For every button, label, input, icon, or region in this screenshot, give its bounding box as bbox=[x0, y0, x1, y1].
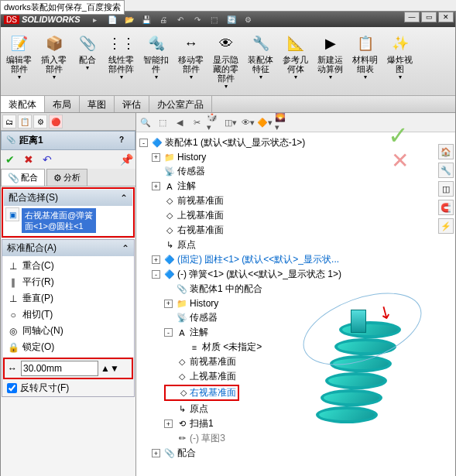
mate-option-2[interactable]: ⊥垂直(P) bbox=[4, 290, 132, 306]
mate-option-4[interactable]: ◎同轴心(N) bbox=[4, 323, 132, 339]
pm-icon[interactable]: 📋 bbox=[18, 115, 32, 128]
tree-item-8[interactable]: -🔷(-) 弹簧<1> (默认<<默认>_显示状态 1>) bbox=[152, 267, 452, 282]
toolbar-btn-4[interactable]: 🔩智能扣件▾ bbox=[139, 30, 173, 92]
config-icon[interactable]: ⚙ bbox=[33, 115, 47, 128]
hide-show-icon[interactable]: 👁▾ bbox=[241, 115, 255, 129]
collapse-icon[interactable]: ⌃ bbox=[122, 243, 129, 254]
tree-item-icon: ✏ bbox=[176, 433, 188, 445]
tree-item-icon: 🔷 bbox=[163, 254, 176, 266]
toolbar-btn-5[interactable]: ↔移动零部件▾ bbox=[174, 30, 207, 92]
ok-icon[interactable]: ✔ bbox=[3, 152, 17, 166]
appearance-icon[interactable]: 🔴 bbox=[49, 115, 63, 128]
reverse-checkbox[interactable] bbox=[7, 383, 17, 393]
expand-icon[interactable]: + bbox=[152, 182, 160, 190]
magnet-icon[interactable]: 🧲 bbox=[438, 200, 454, 215]
cancel-icon[interactable]: ✖ bbox=[22, 152, 36, 166]
tree-item-icon: ≡ bbox=[188, 341, 201, 354]
home-icon[interactable]: 🏠 bbox=[438, 144, 454, 159]
collapse-icon[interactable]: ⌃ bbox=[120, 193, 128, 204]
mate-option-3[interactable]: ○相切(T) bbox=[4, 306, 132, 323]
display-style-icon[interactable]: ◫▾ bbox=[224, 115, 238, 129]
wrench-icon[interactable]: 🔧 bbox=[438, 163, 454, 178]
expand-icon[interactable]: + bbox=[152, 449, 160, 457]
redo-icon[interactable]: ↷ bbox=[191, 13, 204, 26]
select-icon[interactable]: ⬚ bbox=[208, 13, 221, 26]
expand-icon[interactable]: + bbox=[152, 153, 160, 162]
pin-icon[interactable]: 📌 bbox=[119, 152, 133, 166]
tree-item-icon: ↳ bbox=[163, 239, 176, 252]
mate-option-1[interactable]: ∥平行(R) bbox=[4, 274, 132, 290]
save-icon[interactable]: 💾 bbox=[140, 13, 153, 26]
toolbar-btn-11[interactable]: ✨爆炸视图▾ bbox=[383, 30, 417, 92]
print-icon[interactable]: 🖨 bbox=[157, 13, 170, 26]
expand-icon[interactable]: - bbox=[139, 139, 148, 147]
reverse-checkbox-row[interactable]: 反转尺寸(F) bbox=[2, 380, 134, 396]
toolbar-btn-8[interactable]: 📐参考几何体▾ bbox=[279, 30, 312, 92]
distance-input[interactable] bbox=[21, 361, 98, 376]
tab-4[interactable]: 办公室产品 bbox=[149, 96, 212, 112]
mate-option-5[interactable]: 🔒锁定(O) bbox=[4, 339, 132, 355]
spinner-icon[interactable]: ▲▼ bbox=[101, 363, 119, 374]
toolbar-btn-1[interactable]: 📦插入零部件▾ bbox=[37, 30, 70, 92]
undo-icon[interactable]: ↶ bbox=[174, 13, 187, 26]
subtab-0[interactable]: 📎配合 bbox=[1, 169, 45, 186]
scene-icon[interactable]: 🌄▾ bbox=[275, 115, 289, 129]
section-icon[interactable]: ✂ bbox=[190, 115, 204, 129]
restore-icon[interactable]: ▭ bbox=[421, 12, 437, 22]
new-icon[interactable]: ▸ bbox=[89, 13, 101, 26]
accept-icon[interactable]: ✓ bbox=[388, 121, 409, 150]
reject-icon[interactable]: ✕ bbox=[391, 148, 409, 173]
close-icon[interactable]: ✕ bbox=[438, 12, 454, 22]
subtab-1[interactable]: ⚙分析 bbox=[46, 169, 87, 186]
entity-icon[interactable]: ▣ bbox=[5, 207, 19, 221]
tree-item-6[interactable]: ↳原点 bbox=[152, 238, 452, 252]
tab-3[interactable]: 评估 bbox=[115, 96, 149, 112]
mate-type-icon: ∥ bbox=[7, 276, 19, 289]
toolbar-btn-10[interactable]: 📋材料明细表▾ bbox=[348, 30, 382, 92]
tab-1[interactable]: 布局 bbox=[45, 96, 80, 112]
tree-item-2[interactable]: +A注解 bbox=[152, 179, 452, 193]
cube-icon[interactable]: ◫ bbox=[438, 181, 454, 197]
toolbar-btn-7[interactable]: 🔧装配体特征▾ bbox=[244, 30, 277, 92]
tree-item-7[interactable]: +🔷(固定) 圆柱<1> (默认<<默认>_显示状... bbox=[152, 252, 452, 267]
zoom-area-icon[interactable]: ⬚ bbox=[156, 115, 170, 129]
expand-icon[interactable]: + bbox=[164, 300, 173, 308]
feature-tree-icon[interactable]: 🗂 bbox=[2, 115, 16, 128]
standard-mates-header[interactable]: 标准配合(A) ⌃ bbox=[2, 240, 134, 256]
toolbar-btn-3[interactable]: ⋮⋮线性零部件阵▾ bbox=[105, 30, 138, 92]
bolt-icon[interactable]: ⚡ bbox=[438, 218, 454, 234]
expand-icon[interactable]: - bbox=[152, 270, 160, 279]
appearance-icon[interactable]: 🔶▾ bbox=[258, 115, 272, 129]
view-orient-icon[interactable]: 🎲▾ bbox=[207, 115, 221, 129]
rebuild-icon[interactable]: 🔄 bbox=[225, 13, 238, 26]
file-icon[interactable]: 📄 bbox=[106, 13, 118, 26]
zoom-fit-icon[interactable]: 🔍 bbox=[139, 115, 153, 129]
tree-item-3[interactable]: ◇前视基准面 bbox=[152, 193, 452, 208]
toolbar-btn-0[interactable]: 📝编辑零部件▾ bbox=[2, 30, 36, 92]
mate-selection-header[interactable]: 配合选择(S) ⌃ bbox=[4, 190, 132, 206]
prev-view-icon[interactable]: ◀ bbox=[173, 115, 187, 129]
tab-2[interactable]: 草图 bbox=[80, 96, 115, 112]
expand-icon[interactable]: + bbox=[152, 255, 160, 264]
spring-model[interactable] bbox=[316, 321, 409, 453]
expand-icon[interactable]: - bbox=[164, 328, 173, 337]
model-viewport[interactable]: ↘ bbox=[277, 283, 447, 461]
toolbar-icon: 🔩 bbox=[146, 33, 167, 54]
mate-selection-section: 配合选择(S) ⌃ ▣ 右视基准面@弹簧 面<1>@圆柱<1 bbox=[2, 187, 135, 238]
open-icon[interactable]: 📂 bbox=[123, 13, 135, 26]
minimize-icon[interactable]: — bbox=[404, 12, 420, 22]
toolbar-btn-2[interactable]: 📎配合▾ bbox=[72, 30, 103, 92]
tree-item-4[interactable]: ◇上视基准面 bbox=[152, 208, 452, 223]
mate-option-0[interactable]: ⊥重合(C) bbox=[4, 258, 132, 274]
toolbar-btn-6[interactable]: 👁显示隐藏的零部件▾ bbox=[209, 30, 242, 92]
graphics-area[interactable]: 🔍 ⬚ ◀ ✂ 🎲▾ ◫▾ 👁▾ 🔶▾ 🌄▾ -🔷装配体1 (默认<默认_显示状… bbox=[136, 113, 455, 476]
toolbar-btn-9[interactable]: ▶新建运动算例▾ bbox=[314, 30, 347, 92]
options-icon[interactable]: ⚙ bbox=[242, 13, 255, 26]
help-icon[interactable]: ? bbox=[119, 135, 130, 146]
tab-0[interactable]: 装配体 bbox=[1, 96, 45, 112]
tree-item-icon: 📡 bbox=[176, 312, 188, 324]
tree-item-5[interactable]: ◇右视基准面 bbox=[152, 223, 452, 238]
selected-entities[interactable]: 右视基准面@弹簧 面<1>@圆柱<1 bbox=[22, 208, 96, 233]
expand-icon[interactable]: + bbox=[164, 419, 173, 428]
back-icon[interactable]: ↶ bbox=[40, 152, 54, 166]
